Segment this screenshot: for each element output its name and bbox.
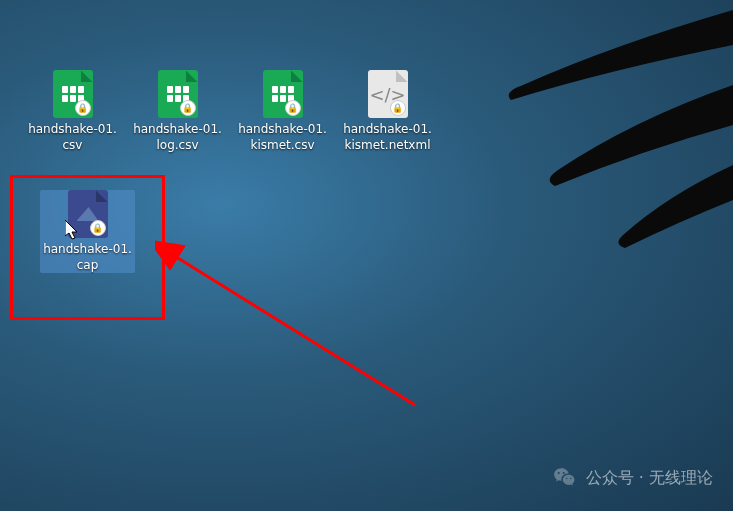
lock-icon: 🔒 <box>390 100 406 116</box>
file-label: handshake-01. cap <box>43 242 132 273</box>
file-label: handshake-01. kismet.netxml <box>343 122 432 153</box>
lock-icon: 🔒 <box>90 220 106 236</box>
spreadsheet-icon: 🔒 <box>49 70 97 118</box>
file-label: handshake-01. log.csv <box>133 122 222 153</box>
file-icon-log-csv[interactable]: 🔒 handshake-01. log.csv <box>130 70 225 153</box>
lock-icon: 🔒 <box>75 100 91 116</box>
desktop-icons-row2: 🔒 handshake-01. cap <box>40 190 135 273</box>
file-icon-kismet-netxml[interactable]: </> 🔒 handshake-01. kismet.netxml <box>340 70 435 153</box>
spreadsheet-icon: 🔒 <box>154 70 202 118</box>
spreadsheet-icon: 🔒 <box>259 70 307 118</box>
watermark: 公众号 · 无线理论 <box>552 465 713 491</box>
file-label: handshake-01. kismet.csv <box>238 122 327 153</box>
xml-icon: </> 🔒 <box>364 70 412 118</box>
file-label: handshake-01. csv <box>28 122 117 153</box>
wechat-icon <box>552 465 578 491</box>
pcap-icon: 🔒 <box>64 190 112 238</box>
lock-icon: 🔒 <box>285 100 301 116</box>
file-icon-kismet-csv[interactable]: 🔒 handshake-01. kismet.csv <box>235 70 330 153</box>
lock-icon: 🔒 <box>180 100 196 116</box>
annotation-arrow <box>155 225 435 425</box>
desktop-icons-row1: 🔒 handshake-01. csv 🔒 handshake-01. log.… <box>25 70 435 153</box>
file-icon-csv[interactable]: 🔒 handshake-01. csv <box>25 70 120 153</box>
watermark-text: 公众号 · 无线理论 <box>586 468 713 489</box>
svg-line-1 <box>173 255 415 405</box>
file-icon-cap[interactable]: 🔒 handshake-01. cap <box>40 190 135 273</box>
